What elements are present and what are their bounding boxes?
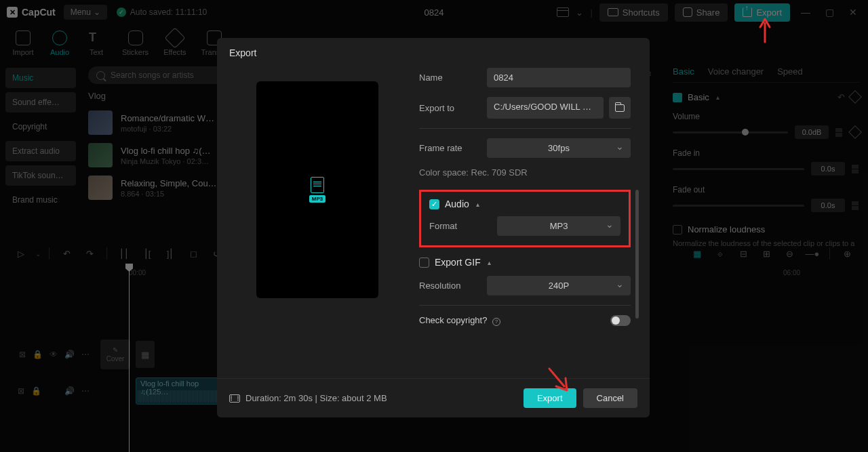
film-icon xyxy=(229,394,240,403)
document-icon xyxy=(311,177,324,193)
export-form: Name Export to C:/Users/GOOD WILL … Fram… xyxy=(419,68,637,378)
resolution-select[interactable]: 240P xyxy=(487,276,631,295)
divider xyxy=(419,128,631,129)
name-input[interactable] xyxy=(487,68,631,87)
copyright-toggle[interactable] xyxy=(610,315,631,326)
checkbox-icon xyxy=(419,258,429,268)
export-confirm-button[interactable]: Export xyxy=(524,388,576,408)
gif-section-label: Export GIF xyxy=(435,257,481,268)
mp3-badge: MP3 xyxy=(309,177,326,203)
name-label: Name xyxy=(419,73,487,83)
preview-box: MP3 xyxy=(256,81,378,298)
audio-section-toggle[interactable]: ✓ Audio ▴ xyxy=(429,199,620,209)
name-row: Name xyxy=(419,68,631,87)
format-row: Format MP3 xyxy=(429,216,620,236)
preview-column: MP3 xyxy=(229,68,406,378)
modal-title: Export xyxy=(217,38,650,68)
caret-up-icon: ▴ xyxy=(476,201,479,208)
resolution-row: Resolution 240P xyxy=(419,276,631,295)
format-label: Format xyxy=(429,221,497,231)
info-icon[interactable]: ? xyxy=(492,318,500,326)
footer-buttons: Export Cancel xyxy=(524,388,637,408)
scrollbar[interactable] xyxy=(635,190,639,319)
audio-section-highlight: ✓ Audio ▴ Format MP3 xyxy=(419,190,631,247)
modal-footer: Duration: 2m 30s | Size: about 2 MB Expo… xyxy=(217,378,650,417)
modal-body: MP3 Name Export to C:/Users/GOOD WILL … … xyxy=(217,68,650,378)
caret-up-icon: ▴ xyxy=(488,259,491,266)
export-modal: Export MP3 Name Export to C:/Users/GOOD … xyxy=(217,38,650,417)
format-select[interactable]: MP3 xyxy=(497,216,620,236)
duration-info: Duration: 2m 30s | Size: about 2 MB xyxy=(229,393,387,403)
path-row: Export to C:/Users/GOOD WILL … xyxy=(419,97,631,119)
resolution-label: Resolution xyxy=(419,281,487,291)
duration-text: Duration: 2m 30s | Size: about 2 MB xyxy=(245,393,387,403)
copyright-row: Check copyright? ? xyxy=(419,315,631,326)
copyright-label: Check copyright? ? xyxy=(419,315,500,326)
path-label: Export to xyxy=(419,103,487,113)
colorspace-info: Color space: Rec. 709 SDR xyxy=(419,167,631,178)
gif-section-toggle[interactable]: Export GIF ▴ xyxy=(419,257,631,268)
folder-icon xyxy=(615,104,625,112)
checkbox-icon: ✓ xyxy=(429,199,439,209)
framerate-row: Frame rate 30fps xyxy=(419,138,631,158)
divider xyxy=(419,305,631,306)
framerate-select[interactable]: 30fps xyxy=(487,138,631,158)
path-display: C:/Users/GOOD WILL … xyxy=(487,97,604,119)
audio-section-label: Audio xyxy=(445,199,469,209)
browse-button[interactable] xyxy=(609,97,631,119)
framerate-label: Frame rate xyxy=(419,143,487,153)
mp3-label: MP3 xyxy=(309,195,326,203)
cancel-button[interactable]: Cancel xyxy=(583,388,637,408)
